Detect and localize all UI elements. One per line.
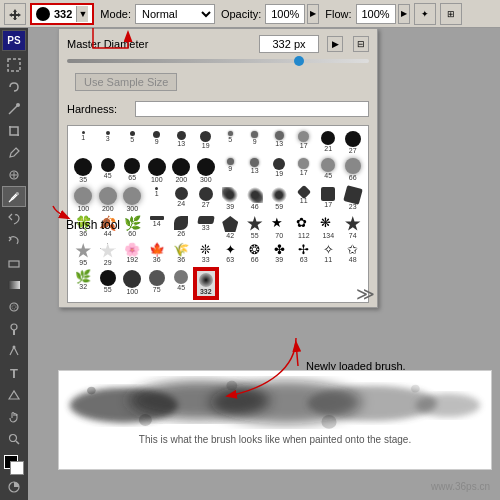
brush-item-48[interactable]: ✩48 [342,242,365,267]
pen-tool[interactable] [2,341,26,362]
brush-item-17a[interactable]: 17 [293,130,316,155]
brush-item-200a[interactable]: 200 [170,157,193,184]
brush-item-13b[interactable]: 13 [268,130,291,155]
brush-item-55[interactable]: 55 [244,215,267,240]
brush-item-5a[interactable]: 5 [121,130,144,155]
brush-item-33[interactable]: 33 [195,215,218,240]
brush-item-60[interactable]: 🌿60 [121,215,144,240]
clone-stamp-tool[interactable] [2,208,26,229]
brush-item-200b[interactable]: 200 [97,186,120,213]
diameter-slider-track[interactable] [67,59,369,63]
more-btn[interactable]: ⊞ [440,3,462,25]
brush-item-74[interactable]: 74 [342,215,365,240]
brush-preview-box[interactable]: 332 ▼ [30,3,94,25]
panel-collapse-btn[interactable]: ⊟ [353,36,369,52]
brush-item-13c[interactable]: 13 [244,157,267,184]
brush-item-29[interactable]: 29 [97,242,120,267]
gradient-tool[interactable] [2,275,26,296]
lasso-tool[interactable] [2,76,26,97]
brush-item-300b[interactable]: 300 [121,186,144,213]
brush-item-332-selected[interactable]: 332 [195,269,218,298]
brush-item-9c[interactable]: 9 [219,157,242,184]
brush-item-11b[interactable]: ✧11 [317,242,340,267]
brush-item-19a[interactable]: 19 [195,130,218,155]
brush-item-45c[interactable]: 45 [170,269,193,298]
brush-item-17c[interactable]: 17 [317,186,340,213]
brush-grid-area[interactable]: 1 3 5 9 13 19 5 9 13 17 21 27 35 45 65 [67,125,369,303]
panel-expand-btn[interactable]: ▶ [327,36,343,52]
brush-item-70[interactable]: ★70 [268,215,291,240]
brush-item-192[interactable]: 🌸192 [121,242,144,267]
shape-tool[interactable] [2,385,26,406]
eyedropper-tool[interactable] [2,142,26,163]
opacity-arrow[interactable]: ▶ [307,4,319,24]
airbrush-btn[interactable]: ✦ [414,3,436,25]
diameter-slider-thumb[interactable] [294,56,304,66]
brush-item-26[interactable]: 26 [170,215,193,240]
brush-item-36b[interactable]: 🍁36 [146,242,169,267]
flow-arrow[interactable]: ▶ [398,4,410,24]
brush-item-100c[interactable]: 100 [121,269,144,298]
brush-item-35[interactable]: 35 [72,157,95,184]
brush-item-45a[interactable]: 45 [97,157,120,184]
flow-input[interactable]: 100% [356,4,396,24]
brush-item-24[interactable]: 24 [170,186,193,213]
opacity-input[interactable]: 100% [265,4,305,24]
brush-item-39[interactable]: 39 [219,186,242,213]
magic-wand-tool[interactable] [2,98,26,119]
selection-tool[interactable] [2,54,26,75]
brush-item-112[interactable]: ✿112 [293,215,316,240]
brush-tool active[interactable] [2,186,26,207]
use-sample-btn[interactable]: Use Sample Size [75,73,177,91]
brush-item-27b[interactable]: 27 [195,186,218,213]
text-tool[interactable]: T [2,363,26,384]
brush-item-17b[interactable]: 17 [293,157,316,184]
hardness-track[interactable] [135,101,369,117]
mode-select[interactable]: Normal [135,4,215,24]
brush-item-95[interactable]: 95 [72,242,95,267]
brush-item-100a[interactable]: 100 [146,157,169,184]
brush-item-1[interactable]: 1 [72,130,95,155]
brush-item-75[interactable]: 75 [146,269,169,298]
brush-item-5b[interactable]: 5 [219,130,242,155]
brush-item-55b[interactable]: 55 [97,269,120,298]
blur-tool[interactable] [2,297,26,318]
history-brush-tool[interactable] [2,230,26,251]
brush-item-23[interactable]: 23 [342,186,365,213]
hand-tool[interactable] [2,407,26,428]
brush-item-63b[interactable]: ✢63 [293,242,316,267]
brush-item-46[interactable]: 46 [244,186,267,213]
brush-item-3[interactable]: 3 [97,130,120,155]
diameter-input[interactable]: 332 px [259,35,319,53]
brush-item-42[interactable]: 42 [219,215,242,240]
brush-item-9b[interactable]: 9 [244,130,267,155]
brush-item-32[interactable]: 🌿32 [72,269,95,298]
zoom-tool[interactable] [2,429,26,450]
crop-tool[interactable] [2,120,26,141]
brush-item-36c[interactable]: 🌾36 [170,242,193,267]
brush-item-300a[interactable]: 300 [195,157,218,184]
brush-item-33b[interactable]: ❊33 [195,242,218,267]
brush-item-11[interactable]: 11 [293,186,316,213]
brush-item-65[interactable]: 65 [121,157,144,184]
brush-item-19b[interactable]: 19 [268,157,291,184]
brush-item-63a[interactable]: ✦63 [219,242,242,267]
brush-item-66[interactable]: 66 [342,157,365,184]
dodge-tool[interactable] [2,319,26,340]
foreground-color[interactable] [4,455,24,474]
move-tool-btn[interactable] [4,3,26,25]
brush-item-134[interactable]: ❋134 [317,215,340,240]
brush-item-13a[interactable]: 13 [170,130,193,155]
brush-item-66b[interactable]: ❂66 [244,242,267,267]
brush-item-21[interactable]: 21 [317,130,340,155]
brush-item-100b[interactable]: 100 [72,186,95,213]
brush-item-9a[interactable]: 9 [146,130,169,155]
quick-mask-btn[interactable] [2,477,26,498]
brush-item-27[interactable]: 27 [342,130,365,155]
brush-item-39b[interactable]: ✤39 [268,242,291,267]
brush-item-14[interactable]: 14 [146,215,169,240]
brush-item-1b[interactable]: 1 [146,186,169,213]
healing-tool[interactable] [2,164,26,185]
brush-item-59[interactable]: 59 [268,186,291,213]
eraser-tool[interactable] [2,252,26,273]
